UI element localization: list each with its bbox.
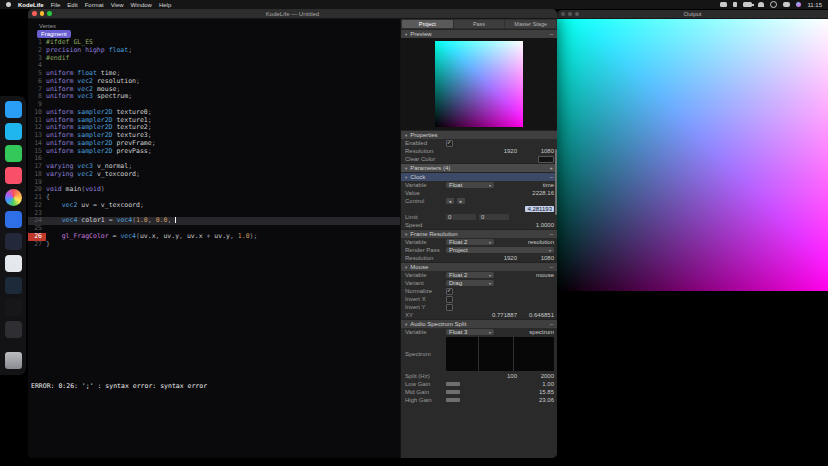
dock-icon-finder[interactable] bbox=[5, 101, 22, 118]
zoom-button[interactable] bbox=[47, 11, 52, 16]
control-center-icon[interactable] bbox=[783, 2, 790, 7]
menu-kodelife[interactable]: KodeLife bbox=[18, 2, 44, 8]
invert-y-checkbox[interactable] bbox=[446, 304, 453, 311]
menu-file[interactable]: File bbox=[51, 2, 61, 8]
zoom-button[interactable] bbox=[575, 12, 579, 16]
dock-icon-trash[interactable] bbox=[5, 352, 22, 369]
fr-width-field[interactable]: 1920 bbox=[483, 255, 517, 261]
tab-vertex[interactable]: Vertex bbox=[36, 22, 59, 30]
high-gain-slider[interactable] bbox=[446, 398, 460, 402]
code-line-8[interactable]: 8uniform vec3 spectrum; bbox=[28, 93, 400, 101]
code-line-20[interactable]: 20void main(void) bbox=[28, 186, 400, 194]
audio-variable-name[interactable]: spectrum bbox=[529, 329, 554, 335]
mouse-x-value[interactable]: 0.771887 bbox=[483, 312, 517, 318]
clock-speed[interactable]: 1.0000 bbox=[536, 222, 554, 228]
dock-icon-kodelife[interactable] bbox=[5, 299, 22, 316]
low-gain-slider[interactable] bbox=[446, 382, 460, 386]
dock-icon-photos[interactable] bbox=[5, 189, 22, 206]
window-titlebar[interactable]: KodeLife — Untitled bbox=[28, 9, 557, 19]
invert-x-checkbox[interactable] bbox=[446, 296, 453, 303]
code-editor[interactable]: Vertex Fragment 1#ifdef GL_ES2precision … bbox=[28, 19, 400, 458]
display-icon[interactable] bbox=[720, 2, 727, 7]
code-line-24[interactable]: 24 vec4 color1 = vec4(1.0, 0.0, bbox=[28, 217, 400, 225]
tab-project[interactable]: Project bbox=[402, 20, 453, 28]
tab-master-stage[interactable]: Master Stage bbox=[505, 20, 556, 28]
code-line-3[interactable]: 3#endif bbox=[28, 55, 400, 63]
mid-gain-slider[interactable] bbox=[446, 390, 460, 394]
fr-type-dropdown[interactable]: Float 2 bbox=[446, 239, 494, 245]
section-audio-spectrum[interactable]: Audio Spectrum Split bbox=[401, 319, 557, 328]
low-gain-value[interactable]: 1.00 bbox=[542, 381, 554, 387]
mouse-type-dropdown[interactable]: Float 2 bbox=[446, 272, 494, 278]
menu-format[interactable]: Format bbox=[85, 2, 104, 8]
bluetooth-icon[interactable] bbox=[733, 2, 737, 7]
render-pass-dropdown[interactable]: Project bbox=[446, 247, 554, 253]
clock-value[interactable]: 2228.16 bbox=[532, 190, 554, 196]
dock-icon-terminal[interactable] bbox=[5, 321, 22, 338]
rewind-button[interactable] bbox=[446, 198, 454, 204]
tab-pass[interactable]: Pass bbox=[454, 20, 505, 28]
clock-variable-name[interactable]: time bbox=[543, 182, 554, 188]
limit-min-field[interactable]: 0 bbox=[446, 214, 476, 220]
resolution-height-field[interactable]: 1080 bbox=[520, 148, 554, 154]
code-line-27[interactable]: 27} bbox=[28, 241, 400, 249]
dock-icon-mail[interactable] bbox=[5, 255, 22, 272]
audio-type-dropdown[interactable]: Float 3 bbox=[446, 329, 494, 335]
menu-view[interactable]: View bbox=[111, 2, 124, 8]
resolution-width-field[interactable]: 1920 bbox=[483, 148, 517, 154]
clear-color-swatch[interactable] bbox=[538, 156, 554, 163]
battery-icon[interactable] bbox=[743, 2, 752, 7]
minimize-button[interactable] bbox=[40, 11, 45, 16]
add-parameter-button[interactable] bbox=[549, 165, 553, 171]
fr-height-field[interactable]: 1080 bbox=[520, 255, 554, 261]
limit-max-field[interactable]: 0 bbox=[479, 214, 509, 220]
remove-parameter-button[interactable] bbox=[550, 321, 553, 327]
collapse-icon[interactable] bbox=[550, 31, 553, 37]
apple-menu-icon[interactable] bbox=[6, 2, 11, 7]
remove-parameter-button[interactable] bbox=[550, 174, 553, 180]
close-button[interactable] bbox=[561, 12, 565, 16]
mid-gain-value[interactable]: 15.85 bbox=[539, 389, 554, 395]
split-low-field[interactable]: 100 bbox=[483, 373, 517, 379]
siri-icon[interactable] bbox=[796, 2, 801, 7]
code-line-26[interactable]: 26 gl_FragColor = vec4(uv.x, uv.y, uv.x … bbox=[28, 233, 400, 241]
normalize-checkbox[interactable] bbox=[446, 288, 453, 295]
wifi-icon[interactable] bbox=[758, 2, 764, 7]
menu-edit[interactable]: Edit bbox=[67, 2, 77, 8]
play-button[interactable] bbox=[457, 198, 465, 204]
mouse-y-value[interactable]: 0.646851 bbox=[520, 312, 554, 318]
clock-time-field[interactable]: 4.281193 bbox=[525, 206, 554, 212]
dock-icon-safari[interactable] bbox=[5, 123, 22, 140]
remove-parameter-button[interactable] bbox=[550, 264, 553, 270]
tab-fragment[interactable]: Fragment bbox=[37, 30, 71, 38]
dock-icon-messages[interactable] bbox=[5, 145, 22, 162]
section-parameters[interactable]: Parameters (4) bbox=[401, 163, 557, 172]
dock-icon-app-store[interactable] bbox=[5, 211, 22, 228]
section-properties[interactable]: Properties bbox=[401, 130, 557, 139]
menubar-clock[interactable]: 11:15 bbox=[807, 2, 822, 8]
code-line-18[interactable]: 18varying vec2 v_texcoord; bbox=[28, 171, 400, 179]
section-mouse[interactable]: Mouse bbox=[401, 262, 557, 271]
menu-help[interactable]: Help bbox=[159, 2, 171, 8]
section-preview[interactable]: Preview bbox=[401, 29, 557, 38]
code-line-2[interactable]: 2precision highp float; bbox=[28, 47, 400, 55]
search-icon[interactable] bbox=[770, 1, 777, 8]
output-titlebar[interactable]: Output bbox=[557, 10, 828, 19]
fr-variable-name[interactable]: resolution bbox=[528, 239, 554, 245]
remove-parameter-button[interactable] bbox=[550, 231, 553, 237]
dock-icon-photoshop[interactable] bbox=[5, 277, 22, 294]
minimize-button[interactable] bbox=[568, 12, 572, 16]
code-line-15[interactable]: 15uniform sampler2D prevPass; bbox=[28, 148, 400, 156]
dock-icon-music[interactable] bbox=[5, 167, 22, 184]
dock-icon-pixelmator[interactable] bbox=[5, 233, 22, 250]
mouse-variable-name[interactable]: mouse bbox=[536, 272, 554, 278]
clock-type-dropdown[interactable]: Float bbox=[446, 182, 494, 188]
section-clock[interactable]: Clock bbox=[401, 172, 557, 181]
panel-scrollbar[interactable] bbox=[555, 149, 557, 215]
section-frame-resolution[interactable]: Frame Resolution bbox=[401, 229, 557, 238]
split-high-field[interactable]: 2000 bbox=[520, 373, 554, 379]
enabled-checkbox[interactable] bbox=[446, 140, 453, 147]
menu-window[interactable]: Window bbox=[131, 2, 152, 8]
close-button[interactable] bbox=[32, 11, 37, 16]
variant-dropdown[interactable]: Drag bbox=[446, 280, 494, 286]
